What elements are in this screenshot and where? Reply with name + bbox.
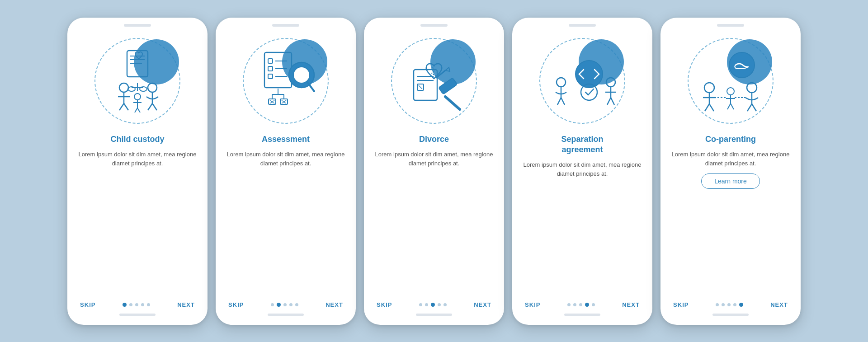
assessment-icon — [247, 42, 324, 119]
desc-separation: Lorem ipsum dolor sit dim amet, mea regi… — [522, 160, 642, 178]
svg-line-60 — [607, 98, 611, 105]
next-btn-2[interactable]: NEXT — [326, 301, 343, 308]
svg-point-72 — [727, 88, 734, 95]
title-child-custody: Child custody — [110, 134, 164, 145]
dot-3-1 — [419, 303, 422, 306]
dot-4-1 — [567, 303, 571, 306]
dot-5-4 — [733, 303, 736, 306]
svg-point-13 — [148, 83, 157, 92]
phone-speaker-1 — [124, 24, 151, 27]
svg-point-57 — [606, 78, 615, 87]
screen-assessment: Assessment Lorem ipsum dolor sit dim ame… — [216, 18, 356, 325]
dot-2-4 — [289, 303, 292, 306]
phone-speaker-2 — [272, 24, 299, 27]
bottom-bar-4 — [564, 314, 600, 316]
phone-speaker-3 — [420, 24, 448, 27]
svg-line-55 — [557, 98, 561, 105]
svg-point-30 — [293, 67, 310, 83]
svg-line-46 — [419, 85, 422, 89]
nav-assessment: SKIP NEXT — [216, 297, 356, 310]
content-divorce: Divorce Lorem ipsum dolor sit dim amet, … — [364, 134, 504, 297]
dots-2 — [271, 303, 298, 307]
title-separation: Separation agreement — [561, 134, 603, 155]
title-assessment: Assessment — [262, 134, 310, 145]
illustration-assessment — [236, 31, 335, 131]
bottom-bar-2 — [268, 314, 304, 316]
divorce-icon — [396, 42, 472, 119]
dot-3-3 — [431, 303, 435, 307]
dot-5-1 — [716, 303, 719, 306]
skip-btn-4[interactable]: SKIP — [525, 301, 541, 308]
dot-2-2 — [277, 303, 281, 307]
nav-coparenting: SKIP NEXT — [660, 297, 801, 310]
dot-2-3 — [283, 303, 287, 306]
dots-5 — [716, 303, 743, 307]
svg-line-76 — [731, 103, 734, 109]
desc-divorce: Lorem ipsum dolor sit dim amet, mea regi… — [374, 150, 494, 168]
screen-child-custody: Child custody Lorem ipsum dolor sit dim … — [67, 18, 208, 325]
next-btn-5[interactable]: NEXT — [770, 301, 788, 308]
screens-container: Child custody Lorem ipsum dolor sit dim … — [49, 4, 819, 338]
next-btn-4[interactable]: NEXT — [622, 301, 640, 308]
skip-btn-1[interactable]: SKIP — [80, 301, 96, 308]
svg-line-48 — [445, 97, 460, 109]
svg-marker-50 — [445, 67, 450, 71]
illustration-divorce — [384, 31, 484, 131]
dot-4-2 — [573, 303, 576, 306]
screen-divorce: Divorce Lorem ipsum dolor sit dim amet, … — [364, 18, 504, 325]
dot-5-3 — [727, 303, 731, 306]
dots-1 — [123, 303, 150, 307]
phone-top-bar-4 — [512, 18, 652, 27]
svg-line-71 — [752, 104, 756, 111]
dot-3-4 — [438, 303, 441, 306]
svg-line-16 — [152, 103, 157, 110]
svg-line-15 — [148, 103, 152, 110]
dot-3-5 — [443, 303, 447, 306]
skip-btn-5[interactable]: SKIP — [673, 301, 689, 308]
dot-5-2 — [722, 303, 725, 306]
nav-child-custody: SKIP NEXT — [67, 297, 208, 310]
content-assessment: Assessment Lorem ipsum dolor sit dim ame… — [216, 134, 356, 297]
illustration-coparenting — [681, 31, 780, 131]
separation-icon — [544, 42, 621, 119]
content-separation: Separation agreement Lorem ipsum dolor s… — [512, 134, 652, 297]
bottom-bar-1 — [119, 314, 156, 316]
svg-point-63 — [704, 83, 714, 93]
svg-line-66 — [705, 104, 709, 111]
skip-btn-2[interactable]: SKIP — [228, 301, 244, 308]
dot-4-4 — [585, 303, 589, 307]
svg-line-20 — [135, 108, 137, 112]
dot-1-3 — [135, 303, 138, 306]
svg-line-75 — [727, 103, 731, 109]
desc-coparenting: Lorem ipsum dolor sit dim amet, mea regi… — [670, 150, 791, 168]
svg-line-67 — [709, 104, 714, 111]
svg-line-70 — [747, 104, 752, 111]
title-divorce: Divorce — [419, 134, 449, 145]
svg-point-53 — [557, 78, 566, 87]
nav-separation: SKIP NEXT — [512, 297, 652, 310]
svg-point-68 — [747, 83, 757, 93]
svg-line-56 — [561, 98, 565, 105]
screen-separation: Separation agreement Lorem ipsum dolor s… — [512, 18, 652, 325]
bottom-bar-3 — [416, 314, 452, 316]
dots-4 — [567, 303, 595, 307]
svg-line-12 — [124, 103, 128, 110]
dot-1-4 — [141, 303, 144, 306]
illustration-child-custody — [88, 31, 187, 131]
coparenting-icon — [692, 42, 769, 119]
svg-point-17 — [134, 94, 141, 100]
dot-2-1 — [271, 303, 274, 306]
phone-top-bar-1 — [67, 18, 208, 27]
next-btn-1[interactable]: NEXT — [177, 301, 195, 308]
nav-divorce: SKIP NEXT — [364, 297, 504, 310]
child-custody-icon — [99, 42, 176, 119]
illustration-separation — [533, 31, 632, 131]
svg-rect-23 — [268, 59, 273, 63]
next-btn-3[interactable]: NEXT — [474, 301, 491, 308]
phone-top-bar-5 — [660, 18, 801, 27]
dot-3-2 — [425, 303, 428, 306]
phone-top-bar-2 — [216, 18, 356, 27]
skip-btn-3[interactable]: SKIP — [377, 301, 392, 308]
desc-assessment: Lorem ipsum dolor sit dim amet, mea regi… — [226, 150, 346, 168]
learn-more-button[interactable]: Learn more — [701, 173, 760, 189]
